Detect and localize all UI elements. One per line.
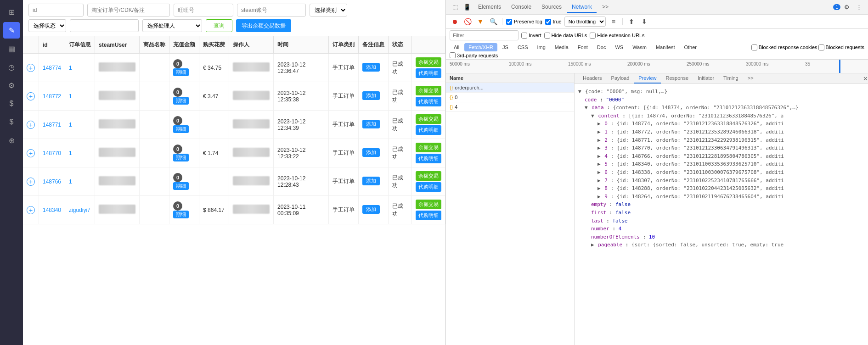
sidebar-icon-8[interactable]: ⊕ bbox=[3, 132, 20, 149]
item-arrow-8[interactable]: ▶ bbox=[597, 185, 601, 191]
filter-font[interactable]: Font bbox=[574, 43, 592, 51]
note-add-2[interactable]: 添加 bbox=[362, 120, 380, 128]
filter-other[interactable]: Other bbox=[680, 43, 701, 51]
network-list-item-0[interactable]: {} 0 bbox=[446, 93, 574, 102]
order-link-2[interactable]: 1 bbox=[69, 122, 72, 128]
more-icon[interactable]: ⋮ bbox=[853, 2, 864, 13]
purchase-btn-1[interactable]: 代购明细 bbox=[416, 97, 441, 106]
wangwang-input[interactable] bbox=[174, 4, 233, 17]
order-link-0[interactable]: 1 bbox=[69, 65, 72, 71]
item-arrow-1[interactable]: ▶ bbox=[597, 129, 601, 135]
note-add-1[interactable]: 添加 bbox=[362, 91, 380, 100]
row-expand-5[interactable]: + bbox=[27, 206, 35, 214]
purchase-btn-4[interactable]: 代购明细 bbox=[416, 182, 441, 192]
filter-manifest[interactable]: Manifest bbox=[652, 43, 679, 51]
item-arrow-5[interactable]: ▶ bbox=[597, 161, 601, 167]
root-arrow[interactable]: ▼ bbox=[578, 89, 581, 95]
balance-btn-3[interactable]: 余额交易 bbox=[416, 143, 441, 152]
hide-data-urls-checkbox[interactable] bbox=[544, 33, 550, 39]
filter-ws[interactable]: WS bbox=[611, 43, 627, 51]
purchase-btn-2[interactable]: 代购明细 bbox=[416, 125, 441, 135]
record-icon[interactable]: ⏺ bbox=[450, 17, 460, 27]
export-icon[interactable]: ⬇ bbox=[639, 17, 649, 27]
query-button[interactable]: 查询 bbox=[206, 19, 232, 32]
id-input[interactable] bbox=[28, 4, 84, 17]
purchase-btn-3[interactable]: 代购明细 bbox=[416, 154, 441, 163]
note-add-4[interactable]: 添加 bbox=[362, 177, 380, 185]
row-expand-0[interactable]: + bbox=[27, 64, 35, 72]
detail-tag-5[interactable]: 期细 bbox=[173, 211, 189, 218]
id-link-0[interactable]: 148774 bbox=[43, 65, 61, 71]
third-party-checkbox[interactable] bbox=[450, 52, 456, 58]
preserve-log-label[interactable]: Preserve log bbox=[506, 19, 542, 25]
hide-data-urls-label[interactable]: Hide data URLs bbox=[544, 33, 587, 39]
id-link-3[interactable]: 148770 bbox=[43, 150, 61, 156]
item-arrow-7[interactable]: ▶ bbox=[597, 178, 601, 184]
sidebar-icon-5[interactable]: ⚙ bbox=[3, 77, 20, 94]
order-link-3[interactable]: 1 bbox=[69, 150, 72, 156]
item-arrow-3[interactable]: ▶ bbox=[597, 145, 601, 151]
sidebar-icon-7[interactable]: $ bbox=[3, 114, 20, 130]
filter-media[interactable]: Media bbox=[551, 43, 573, 51]
row-circle-1[interactable]: + bbox=[23, 82, 39, 111]
order-link-4[interactable]: 1 bbox=[69, 178, 72, 185]
invert-label[interactable]: Invert bbox=[521, 33, 541, 39]
network-list-item-orderpurch[interactable]: {} orderpurch... bbox=[446, 83, 574, 93]
detail-tag-0[interactable]: 期细 bbox=[173, 68, 189, 76]
filter-css[interactable]: CSS bbox=[513, 43, 532, 51]
sidebar-icon-3[interactable]: ▦ bbox=[3, 40, 20, 57]
filter-all[interactable]: All bbox=[450, 43, 463, 51]
detail-close-button[interactable]: ✕ bbox=[863, 75, 868, 82]
tab-more[interactable]: >> bbox=[597, 2, 613, 13]
disable-cache-label[interactable]: true bbox=[545, 19, 562, 25]
detail-tab-timing[interactable]: Timing bbox=[719, 73, 743, 83]
detail-tab-headers[interactable]: Headers bbox=[578, 73, 607, 83]
settings-icon[interactable]: ⚙ bbox=[841, 2, 852, 13]
row-circle-4[interactable]: + bbox=[23, 167, 39, 196]
network-filter-input[interactable] bbox=[450, 30, 519, 40]
row-expand-3[interactable]: + bbox=[27, 149, 35, 157]
balance-btn-1[interactable]: 余额交易 bbox=[416, 86, 441, 95]
row-expand-2[interactable]: + bbox=[27, 121, 35, 129]
order-input[interactable] bbox=[87, 4, 170, 17]
pageable-arrow[interactable]: ▶ bbox=[591, 242, 594, 248]
hide-extension-urls-label[interactable]: Hide extension URLs bbox=[590, 33, 644, 39]
disable-cache-checkbox[interactable] bbox=[545, 19, 551, 25]
item-arrow-4[interactable]: ▶ bbox=[597, 153, 601, 159]
sidebar-icon-6[interactable]: $ bbox=[3, 95, 20, 112]
detail-tag-4[interactable]: 期细 bbox=[173, 182, 189, 190]
tab-network[interactable]: Network bbox=[567, 2, 597, 13]
blocked-requests-label[interactable]: Blocked requests bbox=[818, 45, 864, 50]
detail-tab-payload[interactable]: Payload bbox=[607, 73, 634, 83]
network-list-item-4[interactable]: {} 4 bbox=[446, 102, 574, 112]
detail-tab-more[interactable]: >> bbox=[743, 73, 758, 83]
purchase-btn-0[interactable]: 代购明细 bbox=[416, 68, 441, 78]
content-arrow[interactable]: ▼ bbox=[591, 113, 594, 119]
clear-icon[interactable]: 🚫 bbox=[462, 17, 473, 27]
detail-tab-preview[interactable]: Preview bbox=[634, 73, 661, 83]
export-button[interactable]: 导出余额交易数据 bbox=[236, 19, 291, 32]
search-icon[interactable]: 🔍 bbox=[488, 17, 498, 27]
third-party-label[interactable]: 3rd-party requests bbox=[450, 52, 498, 58]
item-arrow-6[interactable]: ▶ bbox=[597, 169, 601, 175]
order-link-5[interactable]: zigudiyi7 bbox=[69, 207, 90, 213]
detail-tab-response[interactable]: Response bbox=[661, 73, 693, 83]
id-link-2[interactable]: 148771 bbox=[43, 122, 61, 128]
row-circle-0[interactable]: + bbox=[23, 54, 39, 82]
sidebar-icon-1[interactable]: ⊞ bbox=[3, 4, 20, 20]
detail-tag-1[interactable]: 期细 bbox=[173, 97, 189, 105]
note-add-0[interactable]: 添加 bbox=[362, 63, 380, 72]
filter-img[interactable]: Img bbox=[533, 43, 550, 51]
row-circle-2[interactable]: + bbox=[23, 111, 39, 139]
balance-btn-2[interactable]: 余额交易 bbox=[416, 114, 441, 124]
hide-extension-urls-checkbox[interactable] bbox=[590, 33, 596, 39]
status-select[interactable]: 选择状态 bbox=[28, 19, 66, 32]
detail-tag-3[interactable]: 期细 bbox=[173, 154, 189, 161]
item-arrow-0[interactable]: ▶ bbox=[597, 121, 601, 127]
sidebar-icon-2[interactable]: ✎ bbox=[3, 22, 20, 39]
preserve-log-checkbox[interactable] bbox=[506, 19, 512, 25]
balance-btn-5[interactable]: 余额交易 bbox=[416, 200, 441, 209]
sidebar-icon-4[interactable]: ◷ bbox=[3, 59, 20, 75]
row-circle-5[interactable]: + bbox=[23, 196, 39, 224]
throttle-select[interactable]: No throttling bbox=[564, 17, 606, 27]
